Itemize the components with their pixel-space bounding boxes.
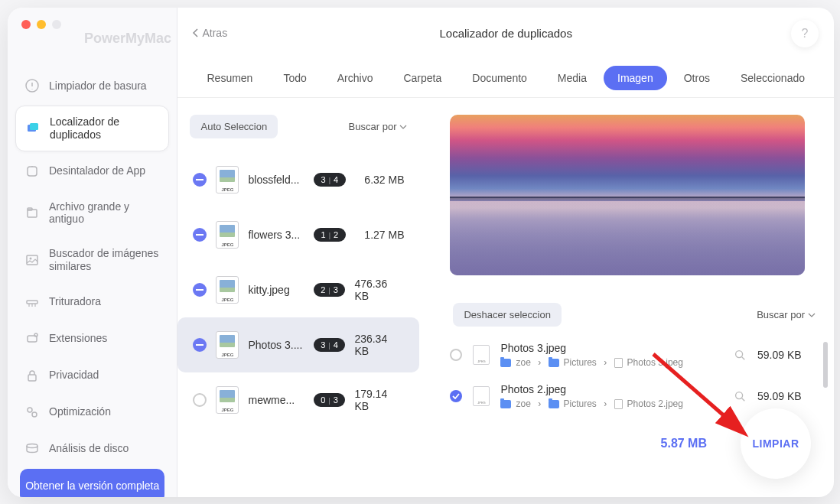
file-thumbnail [473,386,490,406]
group-select-indicator[interactable] [193,228,207,242]
sidebar-item-4[interactable]: Buscador de imágenes similares [15,238,169,282]
file-thumbnail: JPEG [216,166,239,193]
group-select-indicator[interactable] [193,173,207,187]
svg-rect-17 [196,289,203,291]
back-label: Atras [202,27,227,39]
sidebar-item-label: Archivo grande y antiguo [49,200,160,226]
large-file-icon [24,205,40,220]
category-tabs: ResumenTodoArchivoCarpetaDocumentoMediaI… [177,58,834,98]
group-name: blossfeld... [248,174,304,186]
svg-point-10 [34,333,37,337]
sidebar-item-0[interactable]: Limpiador de basura [15,69,169,102]
sidebar-item-5[interactable]: Trituradora [15,285,169,319]
tab-otros[interactable]: Otros [670,66,724,90]
tab-archivo[interactable]: Archivo [324,66,387,90]
file-checkbox[interactable] [450,390,462,402]
svg-rect-8 [27,301,37,304]
group-size: 236.34 KB [354,333,404,357]
tab-media[interactable]: Media [544,66,601,90]
chevron-left-icon [193,28,199,37]
duplicate-group-list: JPEGblossfeld...3 | 46.32 MBJPEGflowers … [177,152,419,428]
svg-point-7 [30,257,32,259]
count-badge: 1 | 2 [314,228,345,242]
tab-todo[interactable]: Todo [269,66,320,90]
sidebar-item-2[interactable]: Desintalador de App [15,154,169,188]
file-icon [614,399,623,409]
preview-icon[interactable] [733,348,747,362]
trash-icon [24,78,40,93]
group-select-indicator[interactable] [193,338,207,352]
auto-select-button[interactable]: Auto Seleccion [190,115,278,138]
sidebar-item-3[interactable]: Archivo grande y antiguo [15,191,169,236]
duplicate-file-row[interactable]: Photos 3.jpeg zoe › Pictures › Photos 3.… [450,342,819,368]
group-select-indicator[interactable] [193,283,207,297]
sidebar-item-9[interactable]: Análisis de disco [15,432,169,466]
group-name: mewme... [248,394,304,406]
full-version-button[interactable]: Obtener la versión completa [20,469,164,497]
uninstall-icon [24,164,40,179]
tab-documento[interactable]: Documento [458,66,541,90]
group-size: 6.32 MB [364,174,404,186]
brand-label: PowerMyMac [84,31,171,47]
svg-rect-3 [28,167,37,176]
file-thumbnail [473,345,490,365]
svg-rect-11 [28,375,36,381]
svg-point-12 [28,408,32,412]
search-by-dropdown-left[interactable]: Buscar por [349,121,408,132]
tab-seleccionado[interactable]: Seleccionado [727,66,819,90]
file-icon [614,358,623,368]
file-size: 59.09 KB [757,349,819,361]
sidebar-item-7[interactable]: Privacidad [15,359,169,392]
sidebar-item-6[interactable]: Extensiones [15,322,169,356]
group-row[interactable]: JPEGmewme...0 | 3179.14 KB [177,372,419,428]
svg-rect-15 [196,179,203,180]
group-select-indicator[interactable] [193,393,207,407]
group-row[interactable]: JPEGPhotos 3....3 | 4236.34 KB [177,317,419,372]
group-name: flowers 3... [248,229,304,241]
file-checkbox[interactable] [450,349,462,361]
disk-icon [24,441,40,457]
tab-resumen[interactable]: Resumen [193,66,266,90]
group-size: 476.36 KB [354,278,404,302]
search-by-label: Buscar por [349,121,397,132]
breadcrumb-segment: zoe [516,357,530,368]
sidebar-item-label: Buscador de imágenes similares [49,247,160,273]
back-button[interactable]: Atras [193,27,227,39]
sidebar-item-label: Privacidad [49,369,99,382]
group-row[interactable]: JPEGblossfeld...3 | 46.32 MB [177,152,419,207]
search-by-dropdown-right[interactable]: Buscar por [757,309,816,320]
minimize-window-button[interactable] [37,20,46,29]
maximize-window-button[interactable] [52,20,61,29]
similar-image-icon [24,252,40,268]
breadcrumb-segment: zoe [516,398,530,409]
page-title: Localizador de duplicados [440,27,572,40]
tab-imagen[interactable]: Imagen [604,66,667,90]
duplicate-icon [25,121,41,136]
sidebar-item-label: Localizador de duplicados [50,115,159,141]
sidebar-item-label: Limpiador de basura [49,80,147,93]
undo-selection-button[interactable]: Deshacer seleccion [453,303,561,327]
clean-button[interactable]: LIMPIAR [741,408,811,479]
privacy-icon [24,368,40,383]
sidebar-item-label: Extensiones [49,332,107,345]
group-row[interactable]: JPEGkitty.jpeg2 | 3476.36 KB [177,262,419,317]
scrollbar[interactable] [823,342,828,388]
group-row[interactable]: JPEGflowers 3...1 | 21.27 MB [177,207,419,262]
file-path-breadcrumb: zoe › Pictures › Photos 3.jpeg [500,357,722,368]
sidebar: PowerMyMac Limpiador de basuraLocalizado… [8,8,177,497]
extensions-icon [24,331,40,346]
count-badge: 2 | 3 [314,283,345,297]
sidebar-item-8[interactable]: Optimización [15,395,169,429]
topbar: Atras Localizador de duplicados ? [177,8,834,58]
sidebar-item-1[interactable]: Localizador de duplicados [15,106,169,151]
sidebar-item-label: Análisis de disco [49,442,129,455]
help-button[interactable]: ? [791,20,819,47]
svg-rect-18 [196,344,203,346]
file-thumbnail: JPEG [216,331,239,359]
groups-panel: Auto Seleccion Buscar por JPEGblossfeld.… [177,115,419,497]
close-window-button[interactable] [21,20,31,29]
main-area: Atras Localizador de duplicados ? Resume… [177,8,834,497]
svg-point-13 [32,412,37,417]
tab-carpeta[interactable]: Carpeta [389,66,455,90]
file-thumbnail: JPEG [216,276,239,304]
